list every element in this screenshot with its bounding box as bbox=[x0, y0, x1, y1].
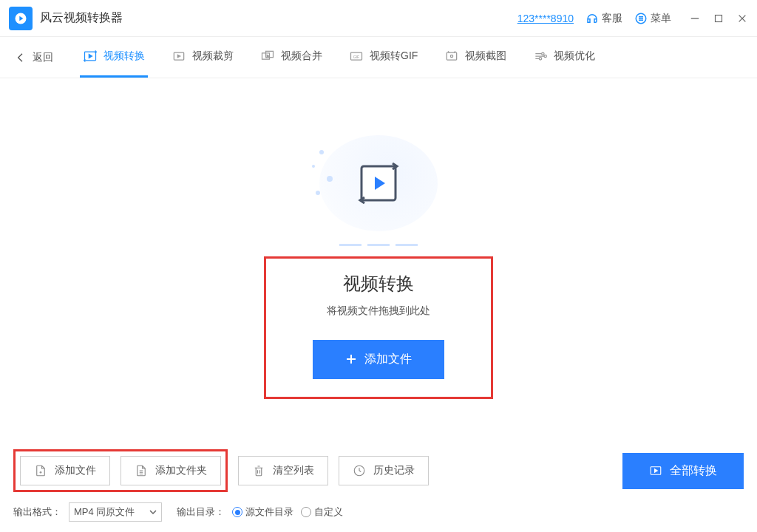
tab-video-gif[interactable]: GIF 视频转GIF bbox=[346, 37, 421, 78]
optimize-icon bbox=[533, 49, 548, 64]
screenshot-icon bbox=[444, 49, 459, 64]
tab-video-merge[interactable]: 视频合并 bbox=[257, 37, 325, 78]
app-title: 风云视频转换器 bbox=[40, 10, 123, 26]
radio-source-dir[interactable]: 源文件目录 bbox=[232, 505, 293, 519]
radio-custom-dir[interactable]: 自定义 bbox=[301, 505, 343, 519]
svg-rect-2 bbox=[716, 15, 722, 21]
app-logo bbox=[9, 7, 33, 30]
tab-video-screenshot[interactable]: 视频截图 bbox=[441, 37, 509, 78]
play-icon bbox=[649, 464, 662, 477]
tab-label: 视频转GIF bbox=[370, 50, 418, 63]
button-label: 历史记录 bbox=[373, 464, 415, 477]
convert-hero-icon bbox=[353, 157, 404, 209]
svg-point-11 bbox=[542, 52, 544, 55]
radio-checked-icon bbox=[232, 507, 242, 517]
arrow-left-icon bbox=[15, 52, 27, 64]
menu-label: 菜单 bbox=[651, 12, 671, 25]
tab-bar: 返回 视频转换 视频裁剪 视频合并 GIF 视频转GIF 视频截图 视频优化 bbox=[0, 37, 757, 78]
history-button[interactable]: 历史记录 bbox=[339, 456, 429, 485]
add-folder-button[interactable]: 添加文件夹 bbox=[120, 456, 221, 485]
convert-all-button[interactable]: 全部转换 bbox=[622, 453, 744, 489]
minimize-button[interactable] bbox=[689, 13, 701, 24]
tab-label: 视频截图 bbox=[465, 50, 506, 63]
svg-point-13 bbox=[540, 58, 542, 60]
tab-label: 视频优化 bbox=[554, 50, 595, 63]
clear-list-button[interactable]: 清空列表 bbox=[238, 456, 328, 485]
button-label: 添加文件夹 bbox=[155, 464, 207, 477]
output-dir-label: 输出目录： bbox=[177, 505, 225, 519]
merge-icon bbox=[260, 49, 275, 64]
svg-text:GIF: GIF bbox=[353, 55, 359, 59]
radio-label: 源文件目录 bbox=[245, 505, 293, 519]
hero-title: 视频转换 bbox=[343, 272, 414, 296]
tab-label: 视频合并 bbox=[281, 50, 322, 63]
tab-video-crop[interactable]: 视频裁剪 bbox=[169, 37, 237, 78]
phone-link[interactable]: 123****8910 bbox=[517, 13, 574, 24]
headset-icon bbox=[585, 12, 599, 25]
tab-label: 视频裁剪 bbox=[192, 50, 234, 63]
chevron-down-icon bbox=[149, 508, 157, 516]
file-plus-icon bbox=[34, 464, 47, 477]
radio-label: 自定义 bbox=[314, 505, 343, 519]
drop-zone[interactable]: 视频转换 将视频文件拖拽到此处 添加文件 bbox=[264, 256, 493, 399]
tab-label: 视频转换 bbox=[103, 50, 145, 63]
back-button[interactable]: 返回 bbox=[9, 51, 59, 64]
output-format-select[interactable]: MP4 同原文件 bbox=[69, 502, 162, 522]
trash-icon bbox=[252, 464, 265, 477]
close-button[interactable] bbox=[736, 13, 748, 24]
svg-rect-9 bbox=[447, 52, 457, 60]
bottom-bar: 添加文件 添加文件夹 清空列表 历史记录 全部转换 输出格式： MP4 同原文件… bbox=[0, 440, 757, 532]
menu-button[interactable]: 菜单 bbox=[634, 12, 671, 25]
add-file-hero-button[interactable]: 添加文件 bbox=[313, 340, 444, 379]
folder-plus-icon bbox=[135, 464, 148, 477]
output-format-label: 输出格式： bbox=[13, 505, 61, 519]
menu-icon bbox=[634, 12, 648, 25]
radio-unchecked-icon bbox=[301, 507, 311, 517]
clock-icon bbox=[353, 464, 366, 477]
back-label: 返回 bbox=[33, 51, 53, 64]
header: 风云视频转换器 123****8910 客服 菜单 bbox=[0, 0, 757, 37]
tab-video-convert[interactable]: 视频转换 bbox=[80, 37, 148, 78]
hero-subtitle: 将视频文件拖拽到此处 bbox=[327, 304, 430, 318]
select-value: MP4 同原文件 bbox=[74, 505, 135, 519]
svg-point-10 bbox=[451, 55, 453, 57]
tab-video-optimize[interactable]: 视频优化 bbox=[530, 37, 598, 78]
crop-icon bbox=[172, 49, 186, 64]
convert-icon bbox=[83, 49, 98, 64]
support-label: 客服 bbox=[602, 12, 622, 25]
button-label: 添加文件 bbox=[55, 464, 96, 477]
highlighted-buttons: 添加文件 添加文件夹 bbox=[13, 449, 228, 492]
main-area: 视频转换 将视频文件拖拽到此处 添加文件 bbox=[0, 78, 757, 448]
add-file-button[interactable]: 添加文件 bbox=[20, 456, 110, 485]
button-label: 清空列表 bbox=[273, 464, 314, 477]
svg-point-12 bbox=[544, 55, 546, 57]
hero-illustration bbox=[312, 128, 445, 239]
add-file-label: 添加文件 bbox=[364, 352, 412, 367]
button-label: 全部转换 bbox=[670, 463, 717, 479]
support-button[interactable]: 客服 bbox=[585, 12, 622, 25]
maximize-button[interactable] bbox=[713, 13, 724, 24]
gif-icon: GIF bbox=[349, 49, 364, 64]
plus-icon bbox=[345, 353, 357, 365]
